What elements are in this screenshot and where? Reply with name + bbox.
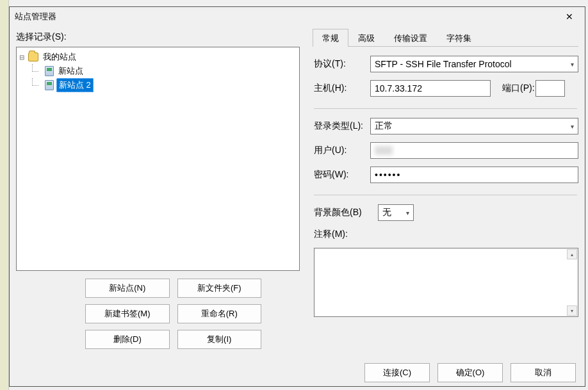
tree-root-row[interactable]: ⊟ 我的站点 — [18, 50, 298, 64]
new-bookmark-button[interactable]: 新建书签(M) — [85, 304, 170, 323]
protocol-select[interactable]: SFTP - SSH File Transfer Protocol ▾ — [370, 56, 578, 72]
server-icon — [45, 66, 54, 76]
logon-type-select[interactable]: 正常 ▾ — [370, 118, 578, 134]
tree-root-label: 我的站点 — [41, 51, 78, 63]
folder-icon — [28, 53, 38, 61]
password-label: 密码(W): — [314, 169, 370, 181]
window-title: 站点管理器 — [15, 11, 559, 22]
chevron-down-icon: ▾ — [571, 123, 574, 130]
logon-type-value: 正常 — [375, 120, 393, 132]
tab-general[interactable]: 常规 — [313, 29, 348, 46]
tree-line — [32, 64, 38, 72]
tab-charset[interactable]: 字符集 — [437, 29, 481, 46]
logon-type-label: 登录类型(L): — [314, 120, 370, 132]
tree-line — [32, 78, 38, 86]
title-bar: 站点管理器 ✕ — [10, 7, 585, 26]
select-record-label: 选择记录(S): — [16, 29, 300, 47]
protocol-label: 协议(T): — [314, 58, 370, 70]
expander-icon[interactable]: ⊟ — [18, 53, 26, 61]
user-label: 用户(U): — [314, 145, 370, 156]
connect-button[interactable]: 连接(C) — [364, 363, 430, 382]
right-panel: 常规 高级 传输设置 字符集 协议(T): SFTP - SSH File Tr… — [300, 29, 578, 352]
bgcolor-label: 背景颜色(B) — [314, 207, 378, 218]
cancel-button[interactable]: 取消 — [510, 363, 576, 382]
tab-advanced[interactable]: 高级 — [348, 29, 384, 46]
user-value-obscured — [375, 146, 393, 155]
port-input[interactable] — [535, 80, 565, 97]
ok-button[interactable]: 确定(O) — [437, 363, 503, 382]
divider — [314, 195, 577, 195]
general-form: 协议(T): SFTP - SSH File Transfer Protocol… — [313, 47, 578, 317]
tab-transfer[interactable]: 传输设置 — [384, 29, 437, 46]
password-input[interactable]: •••••• — [370, 167, 578, 183]
tree-item[interactable]: 新站点 2 — [18, 78, 298, 92]
new-folder-button[interactable]: 新文件夹(F) — [177, 279, 262, 298]
site-tree[interactable]: ⊟ 我的站点 新站点 新站点 2 — [16, 47, 300, 271]
host-input[interactable] — [370, 80, 491, 97]
duplicate-button[interactable]: 复制(I) — [177, 330, 262, 349]
bgcolor-value: 无 — [382, 207, 391, 218]
scroll-down-button[interactable]: ▾ — [567, 305, 577, 316]
port-label: 端口(P): — [491, 83, 535, 94]
background-strip — [0, 0, 9, 390]
comment-label: 注释(M): — [314, 229, 370, 240]
left-button-grid: 新站点(N) 新文件夹(F) 新建书签(M) 重命名(R) 删除(D) 复制(I… — [16, 271, 300, 352]
bgcolor-select[interactable]: 无 ▾ — [378, 204, 414, 221]
tree-item-label: 新站点 — [56, 65, 85, 77]
comment-wrapper: ▴ ▾ — [314, 248, 578, 317]
delete-button[interactable]: 删除(D) — [85, 330, 170, 349]
protocol-value: SFTP - SSH File Transfer Protocol — [375, 59, 512, 69]
chevron-down-icon: ▾ — [571, 61, 574, 68]
site-manager-dialog: 站点管理器 ✕ 选择记录(S): ⊟ 我的站点 新站点 — [9, 6, 585, 387]
host-label: 主机(H): — [314, 83, 370, 94]
close-button[interactable]: ✕ — [559, 12, 580, 22]
scroll-up-button[interactable]: ▴ — [567, 249, 577, 259]
comment-textarea[interactable] — [314, 248, 578, 317]
divider — [314, 108, 577, 109]
user-input[interactable] — [370, 142, 578, 159]
dialog-button-row: 连接(C) 确定(O) 取消 — [10, 357, 585, 386]
chevron-down-icon: ▾ — [406, 209, 409, 216]
rename-button[interactable]: 重命名(R) — [177, 304, 262, 323]
tab-bar: 常规 高级 传输设置 字符集 — [313, 29, 578, 47]
tree-item-label-selected: 新站点 2 — [56, 78, 94, 92]
new-site-button[interactable]: 新站点(N) — [85, 279, 170, 298]
server-icon — [45, 80, 54, 90]
tree-item[interactable]: 新站点 — [18, 64, 298, 78]
left-panel: 选择记录(S): ⊟ 我的站点 新站点 新站点 2 — [16, 29, 300, 352]
